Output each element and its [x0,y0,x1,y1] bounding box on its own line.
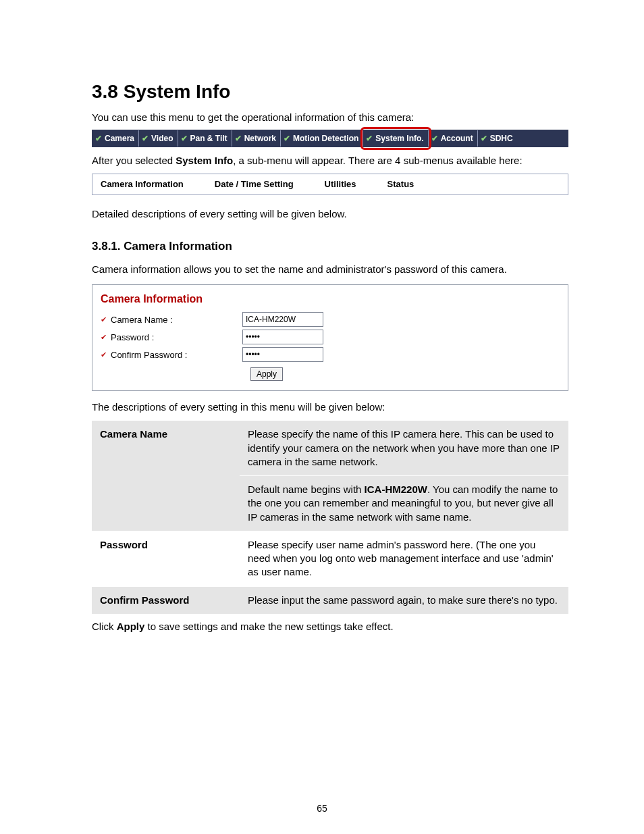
camera-information-form: Camera Information ✔ Camera Name : ✔ Pas… [92,284,568,391]
camera-name-label: ✔ Camera Name : [101,315,242,325]
text: Click [92,621,117,632]
check-icon: ✔ [101,315,107,324]
after-menu-text: After you selected System Info, a sub-me… [92,154,568,167]
row-label-confirm-password: Confirm Password [92,586,240,614]
check-icon: ✔ [235,134,242,143]
menu-item-camera[interactable]: ✔ Camera [92,130,138,147]
menu-label: Network [244,134,276,143]
menu-label: Pan & Tilt [190,134,227,143]
check-icon: ✔ [101,350,107,359]
password-input[interactable] [242,330,323,344]
confirm-password-input[interactable] [242,347,323,362]
menu-item-sdhc[interactable]: ✔ SDHC [477,130,517,147]
closing-text: Click Apply to save settings and make th… [92,620,568,633]
form-row-confirm-password: ✔ Confirm Password : [101,347,560,362]
label-text: Confirm Password : [111,350,187,360]
check-icon: ✔ [142,134,149,143]
row-desc: Please specify user name admin's passwor… [240,531,568,586]
section-heading: 3.8 System Info [92,81,568,103]
check-icon: ✔ [181,134,188,143]
main-menu-bar: ✔ Camera ✔ Video ✔ Pan & Tilt ✔ Network … [92,130,568,147]
check-icon: ✔ [431,134,438,143]
text: to save settings and make the new settin… [144,621,393,632]
menu-label: Video [151,134,173,143]
form-row-password: ✔ Password : [101,330,560,344]
menu-item-account[interactable]: ✔ Account [428,130,477,147]
page-number: 65 [0,803,644,814]
settings-description-table: Camera Name Please specify the name of t… [92,421,568,615]
row-label-camera-name: Camera Name [92,421,240,531]
bold-text: Apply [117,621,145,632]
row-desc: Please specify the name of this IP camer… [240,421,568,475]
check-icon: ✔ [95,134,102,143]
bold-text: ICA-HM220W [365,484,427,495]
subsection-intro: Camera information allows you to set the… [92,263,568,276]
table-row: Camera Name Please specify the name of t… [92,421,568,475]
sub-menu-bar: Camera Information Date / Time Setting U… [92,174,568,195]
submenu-date-time-setting[interactable]: Date / Time Setting [207,179,317,189]
submenu-camera-information[interactable]: Camera Information [92,179,207,189]
apply-button[interactable]: Apply [250,367,283,381]
submenu-status[interactable]: Status [379,179,437,189]
confirm-password-label: ✔ Confirm Password : [101,350,242,360]
menu-label: System Info. [375,134,423,143]
menu-item-motion-detection[interactable]: ✔ Motion Detection [280,130,363,147]
menu-label: Camera [105,134,134,143]
text: , a sub-menu will appear. There are 4 su… [233,155,522,166]
menu-label: Account [441,134,473,143]
check-icon: ✔ [101,333,107,342]
row-desc: Default name begins with ICA-HM220W. You… [240,476,568,531]
menu-item-pan-tilt[interactable]: ✔ Pan & Tilt [178,130,232,147]
intro-text: You can use this menu to get the operati… [92,111,568,124]
text: After you selected [92,155,176,166]
check-icon: ✔ [366,134,373,143]
row-desc: Please input the same password again, to… [240,586,568,614]
bold-text: System Info [176,155,233,166]
menu-label: SDHC [490,134,513,143]
table-row: Password Please specify user name admin'… [92,531,568,586]
detailed-line: Detailed descriptions of every setting w… [92,207,568,221]
submenu-utilities[interactable]: Utilities [317,179,379,189]
menu-item-network[interactable]: ✔ Network [232,130,280,147]
check-icon: ✔ [481,134,487,143]
label-text: Password : [111,332,154,342]
subsection-heading: 3.8.1. Camera Information [92,240,568,253]
table-row: Confirm Password Please input the same p… [92,586,568,614]
camera-name-input[interactable] [242,312,323,327]
form-title: Camera Information [101,293,560,305]
row-label-password: Password [92,531,240,586]
label-text: Camera Name : [111,315,173,325]
menu-item-system-info[interactable]: ✔ System Info. [363,130,427,147]
desc-intro: The descriptions of every setting in thi… [92,400,568,414]
text: Default name begins with [248,484,365,495]
menu-item-video[interactable]: ✔ Video [138,130,177,147]
check-icon: ✔ [284,134,290,143]
menu-label: Motion Detection [293,134,358,143]
apply-row: Apply [250,367,560,381]
form-row-camera-name: ✔ Camera Name : [101,312,560,327]
password-label: ✔ Password : [101,332,242,342]
